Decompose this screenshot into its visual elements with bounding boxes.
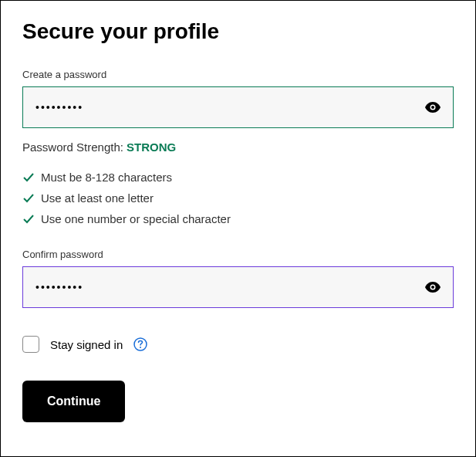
confirm-password-section: Confirm password [22,249,454,308]
requirement-text: Must be 8-128 characters [41,171,172,184]
page-title: Secure your profile [22,19,454,44]
strength-label: Password Strength: [22,140,127,154]
confirm-password-wrapper [22,266,454,308]
requirement-text: Use at least one letter [41,191,154,205]
eye-icon[interactable] [425,102,441,113]
password-requirements: Must be 8-128 characters Use at least on… [22,171,454,225]
eye-icon[interactable] [425,282,441,293]
svg-point-3 [431,286,434,289]
continue-button[interactable]: Continue [22,381,125,422]
check-icon [22,192,35,205]
svg-point-1 [431,106,434,109]
help-icon[interactable] [133,337,147,351]
confirm-password-label: Confirm password [22,249,454,260]
password-strength: Password Strength: STRONG [22,140,454,154]
check-icon [22,171,35,184]
requirement-item: Use one number or special character [22,212,454,225]
create-password-section: Create a password [22,69,454,128]
stay-signed-in-label: Stay signed in [50,338,123,351]
svg-point-5 [140,347,141,348]
confirm-password-input[interactable] [23,267,453,307]
requirement-item: Use at least one letter [22,191,454,205]
requirement-text: Use one number or special character [41,212,231,225]
create-password-wrapper [22,86,454,128]
create-password-input[interactable] [23,87,453,127]
requirement-item: Must be 8-128 characters [22,171,454,184]
stay-signed-in-row: Stay signed in [22,336,454,353]
check-icon [22,213,35,225]
stay-signed-in-checkbox[interactable] [22,336,39,353]
strength-value: STRONG [127,140,176,154]
create-password-label: Create a password [22,69,454,80]
